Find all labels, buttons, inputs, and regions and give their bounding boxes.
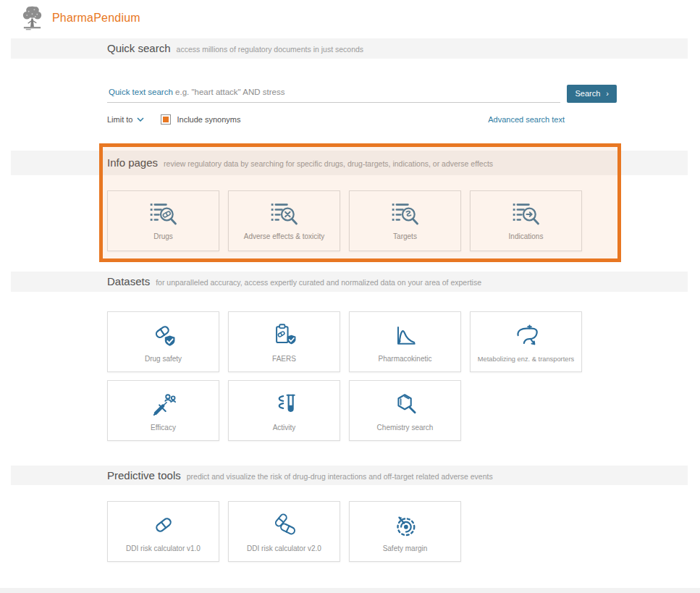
card-label: Drug safety [145,355,182,363]
liver-icon [512,321,541,350]
advanced-search-link[interactable]: Advanced search text [488,115,565,124]
include-synonyms-checkbox[interactable] [161,114,171,125]
checkbox-checked-fill [163,117,169,122]
single-capsule-icon [149,510,178,539]
info-pages-section-header: Info pages review regulatory data by sea… [11,151,688,175]
search-options-row: Limit to Include synonyms Advanced searc… [107,114,565,125]
brand-name: PharmaPendium [52,12,140,25]
card-label: DDI risk calculator v2.0 [247,544,321,552]
test-tube-icon [270,390,299,419]
card-targets[interactable]: Targets [349,190,461,251]
limit-to-dropdown[interactable]: Limit to [107,115,144,124]
predictive-tools-subtitle: predict and visualize the risk of drug-d… [187,472,493,481]
card-label: Safety margin [383,544,428,552]
search-input[interactable]: Quick text search e.g. "heart attack" AN… [107,84,560,103]
card-label: Chemistry search [377,424,434,432]
card-adverse-effects[interactable]: Adverse effects & toxicity [228,190,340,251]
datasets-cards-row-1: Drug safety FAERS Pharmacokinetic [107,311,582,372]
quick-search-subtitle: access millions of regulatory documents … [177,45,364,54]
card-label: FAERS [272,355,296,363]
card-ddi-risk-v2[interactable]: DDI risk calculator v2.0 [228,501,340,562]
footer-band [0,588,700,593]
list-magnifier-pill-icon [149,201,178,227]
syringe-people-icon [149,390,178,419]
predictive-tools-section-header: Predictive tools predict and visualize t… [11,466,688,485]
card-label: DDI risk calculator v1.0 [126,544,201,552]
card-efficacy[interactable]: Efficacy [107,380,219,441]
card-indications[interactable]: Indications [470,190,582,251]
limit-to-label: Limit to [107,115,132,124]
card-label: Targets [393,232,417,240]
app-header-brand[interactable]: PharmaPendium [20,5,140,31]
datasets-section-header: Datasets for unparalleled accuracy, acce… [11,272,688,292]
card-metabolizing[interactable]: Metabolizing enz. & transporters [470,311,582,372]
capsule-shield-icon [149,321,178,350]
chevron-down-icon [137,117,144,122]
card-label: Activity [273,424,296,432]
datasets-subtitle: for unparalleled accuracy, access expert… [156,278,481,287]
list-magnifier-arrow-icon [512,201,541,227]
card-label: Adverse effects & toxicity [244,232,325,240]
card-ddi-risk-v1[interactable]: DDI risk calculator v1.0 [107,501,219,562]
info-pages-title: Info pages [107,156,158,169]
datasets-title: Datasets [107,275,150,287]
predictive-tools-title: Predictive tools [107,469,181,481]
card-activity[interactable]: Activity [228,380,340,441]
elsevier-tree-logo [20,5,44,31]
info-pages-cards: Drugs Adverse effects & toxicity Targets [107,190,582,251]
card-label: Pharmacokinetic [379,355,432,363]
card-safety-margin[interactable]: Safety margin [349,501,461,562]
clipboard-shield-icon [270,321,299,350]
search-placeholder-rest: e.g. "heart attack" AND stress [173,88,285,96]
quick-search-section-header: Quick search access millions of regulato… [11,38,688,59]
card-chemistry-search[interactable]: Chemistry search [349,380,461,441]
datasets-cards-row-2: Efficacy Activity Chemistry search [107,380,461,441]
card-faers[interactable]: FAERS [228,311,340,372]
list-magnifier-x-icon [270,201,299,227]
search-placeholder-highlight: Quick text search [109,88,173,96]
search-button[interactable]: Search › [567,85,617,103]
card-pharmacokinetic[interactable]: Pharmacokinetic [349,311,461,372]
predictive-tools-cards: DDI risk calculator v1.0 DDI risk calcul… [107,501,461,562]
card-label: Efficacy [151,424,176,432]
card-label: Metabolizing enz. & transporters [478,356,574,363]
card-drug-safety[interactable]: Drug safety [107,311,219,372]
info-pages-subtitle: review regulatory data by searching for … [164,159,493,168]
quick-search-title: Quick search [107,42,171,54]
target-spiral-icon [391,510,420,539]
search-row: Quick text search e.g. "heart attack" AN… [107,84,617,103]
card-label: Indications [509,232,544,240]
pk-curve-icon [391,321,420,350]
search-button-label: Search [575,89,600,98]
card-drugs[interactable]: Drugs [107,190,219,251]
include-synonyms-label: Include synonyms [177,115,240,124]
list-magnifier-target-icon [391,201,420,227]
benzene-magnifier-icon [391,390,420,419]
double-capsule-icon [270,510,299,539]
card-label: Drugs [153,232,173,240]
chevron-right-icon: › [606,90,609,98]
